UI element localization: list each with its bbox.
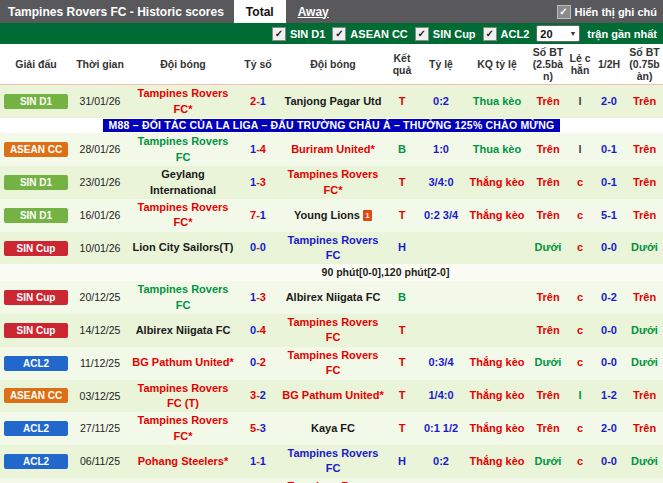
away-goals: 0 [260, 241, 266, 253]
table-body: SIN D131/01/26Tampines Rovers FC*2-1Tanj… [0, 85, 663, 483]
home-team: Tampines Rovers FC* [128, 199, 238, 232]
odds-result-cell: Thua kèo [466, 478, 528, 483]
goals-2-5-cell: Dưới [528, 445, 568, 478]
goals-2-5-cell: Trên [528, 380, 568, 413]
odds-result-cell: Thắng kèo [466, 412, 528, 445]
score-cell: 7-1 [238, 199, 278, 232]
league-cell: SIN D1 [0, 85, 72, 118]
match-row: SIN Cup20/12/25Tampines Rovers FC1-3Albi… [0, 281, 663, 314]
match-row: SIN Cup10/01/26Lion City Sailors(T)0-0Ta… [0, 232, 663, 265]
col-home-team: Đội bóng [128, 44, 238, 85]
odds-result-cell: Thua kèo [466, 133, 528, 166]
odds-cell: 0:2 3/4 [416, 199, 466, 232]
match-date: 20/12/25 [72, 281, 128, 314]
home-team: BG Pathum United* [128, 347, 238, 380]
odds-cell: 1 3/4:0 [416, 478, 466, 483]
odds-cell: 1/4:0 [416, 380, 466, 413]
score-cell: 1-2 [238, 478, 278, 483]
match-row: SIN D127/10/25Hougang United FC1-2Tampin… [0, 478, 663, 483]
tab-total[interactable]: Total [234, 0, 286, 23]
result-cell: H [388, 232, 416, 265]
goals-0-75-cell: Trên [626, 380, 663, 413]
score-cell: 3-2 [238, 380, 278, 413]
match-count-suffix: trận gần nhất [587, 28, 657, 40]
goals-0-75-cell: Trên [626, 199, 663, 232]
match-row: ACL211/12/25BG Pathum United*0-2Tampines… [0, 347, 663, 380]
result-cell: B [388, 281, 416, 314]
league-badge: SIN Cup [4, 290, 68, 305]
goals-0-75-cell: Trên [626, 85, 663, 118]
odds-cell [416, 232, 466, 265]
filter-label-acl2: ACL2 [501, 28, 530, 40]
show-notes-checkbox-icon[interactable]: ✓ [557, 5, 571, 19]
titlebar-spacer [341, 0, 557, 23]
tab-away[interactable]: Away [286, 0, 341, 23]
match-date: 16/01/26 [72, 199, 128, 232]
odd-even-cell: c [568, 445, 592, 478]
goals-2-5-cell: Trên [528, 199, 568, 232]
odd-even-cell: c [568, 166, 592, 199]
filter-checkbox-asean-cc[interactable]: ✓ [332, 27, 346, 41]
odd-even-cell: I [568, 478, 592, 483]
away-goals: 3 [260, 291, 266, 303]
league-cell: SIN Cup [0, 281, 72, 314]
away-goals: 1 [260, 209, 266, 221]
league-badge: ACL2 [4, 454, 68, 469]
odds-cell: 0:2 [416, 445, 466, 478]
away-goals: 3 [260, 176, 266, 188]
historic-scores-table: Giải đấu Thời gian Đội bóng Tỷ số Đội bó… [0, 44, 663, 483]
goals-0-75-cell: Dưới [626, 232, 663, 265]
ad-banner-link[interactable]: M88 – ĐỐI TÁC CỦA LA LIGA – ĐẤU TRƯỜNG C… [103, 119, 561, 132]
away-team: Tampines Rovers FC* [278, 478, 388, 483]
result-cell: B [388, 133, 416, 166]
score-cell: 5-3 [238, 412, 278, 445]
odd-even-cell: c [568, 412, 592, 445]
filter-label-asean-cc: ASEAN CC [350, 28, 407, 40]
league-badge: ACL2 [4, 421, 68, 436]
odd-even-cell: I [568, 133, 592, 166]
odds-result-cell [466, 232, 528, 265]
away-team: Tampines Rovers FC [278, 232, 388, 265]
filter-checkbox-sin-cup[interactable]: ✓ [415, 27, 429, 41]
league-cell: ACL2 [0, 445, 72, 478]
score-cell: 1-3 [238, 281, 278, 314]
col-odds-result: KQ tỷ lệ [466, 44, 528, 85]
goals-2-5-cell: Trên [528, 85, 568, 118]
match-date: 10/01/26 [72, 232, 128, 265]
result-cell: H [388, 445, 416, 478]
league-cell: SIN D1 [0, 199, 72, 232]
match-date: 27/11/25 [72, 412, 128, 445]
league-badge: ACL2 [4, 356, 68, 371]
league-cell: SIN D1 [0, 478, 72, 483]
score-cell: 1-1 [238, 445, 278, 478]
match-row: ACL227/11/25Tampines Rovers FC*5-3Kaya F… [0, 412, 663, 445]
away-team: BG Pathum United* [278, 380, 388, 413]
away-goals: 1 [260, 455, 266, 467]
match-row: SIN D131/01/26Tampines Rovers FC*2-1Tanj… [0, 85, 663, 118]
half-time-cell: 2-0 [592, 412, 626, 445]
league-cell: ACL2 [0, 347, 72, 380]
goals-0-75-cell: Trên [626, 412, 663, 445]
result-cell: T [388, 314, 416, 347]
half-time-cell: 0-0 [592, 478, 626, 483]
score-cell: 0-4 [238, 314, 278, 347]
result-cell: T [388, 380, 416, 413]
odds-result-cell: Thắng kèo [466, 199, 528, 232]
odd-even-cell: c [568, 232, 592, 265]
filter-checkbox-acl2[interactable]: ✓ [483, 27, 497, 41]
ad-row: M88 – ĐỐI TÁC CỦA LA LIGA – ĐẤU TRƯỜNG C… [0, 118, 663, 133]
home-team: Hougang United FC [128, 478, 238, 483]
odds-result-cell: Thắng kèo [466, 380, 528, 413]
goals-0-75-cell: Dưới [626, 347, 663, 380]
odds-cell: 0:2 [416, 85, 466, 118]
match-count-select[interactable]: 20 ▼ [536, 25, 580, 42]
away-goals: 3 [260, 422, 266, 434]
odds-result-cell: Thua kèo [466, 85, 528, 118]
home-team: Lion City Sailors(T) [128, 232, 238, 265]
half-time-cell: 5-1 [592, 199, 626, 232]
odds-result-cell [466, 314, 528, 347]
half-time-cell: 2-0 [592, 85, 626, 118]
col-half-time: 1/2H [592, 44, 626, 85]
goals-0-75-cell: Trên [626, 133, 663, 166]
filter-checkbox-sin-d1[interactable]: ✓ [272, 27, 286, 41]
